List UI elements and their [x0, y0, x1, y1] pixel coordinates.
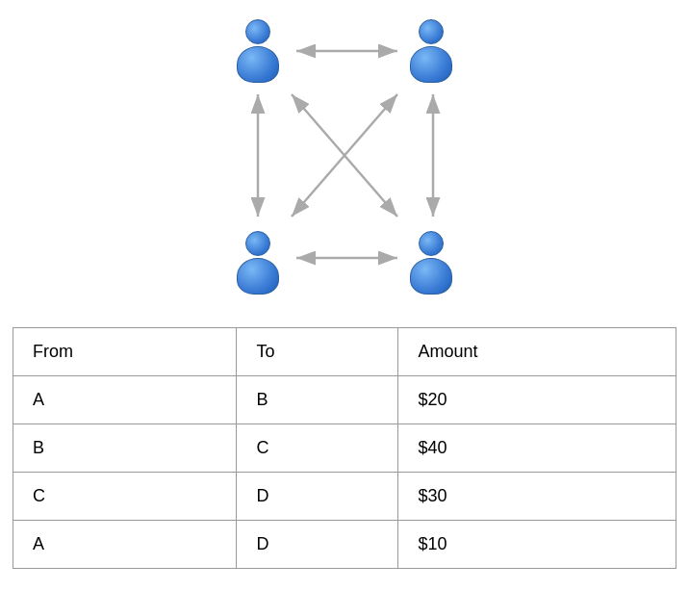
header-amount: Amount: [398, 328, 676, 376]
table-header-row: From To Amount: [13, 328, 676, 376]
person-top-right: [402, 19, 460, 87]
table-row: BC$40: [13, 424, 676, 473]
cell-1-2: $40: [398, 424, 676, 473]
header-from: From: [13, 328, 237, 376]
table-row: AD$10: [13, 521, 676, 569]
cell-3-1: D: [237, 521, 398, 569]
cell-0-0: A: [13, 376, 237, 424]
cell-1-1: C: [237, 424, 398, 473]
cell-2-2: $30: [398, 473, 676, 521]
cell-0-2: $20: [398, 376, 676, 424]
svg-line-6: [292, 94, 397, 217]
cell-1-0: B: [13, 424, 237, 473]
svg-line-7: [292, 94, 397, 217]
header-to: To: [237, 328, 398, 376]
cell-0-1: B: [237, 376, 398, 424]
person-bottom-right: [402, 231, 460, 298]
transactions-table: From To Amount AB$20BC$40CD$30AD$10: [13, 327, 676, 569]
network-diagram: [210, 19, 479, 298]
table-row: CD$30: [13, 473, 676, 521]
cell-3-0: A: [13, 521, 237, 569]
cell-2-1: D: [237, 473, 398, 521]
transactions-table-container: From To Amount AB$20BC$40CD$30AD$10: [13, 327, 676, 569]
person-bottom-left: [229, 231, 287, 298]
person-top-left: [229, 19, 287, 87]
cell-3-2: $10: [398, 521, 676, 569]
table-row: AB$20: [13, 376, 676, 424]
cell-2-0: C: [13, 473, 237, 521]
